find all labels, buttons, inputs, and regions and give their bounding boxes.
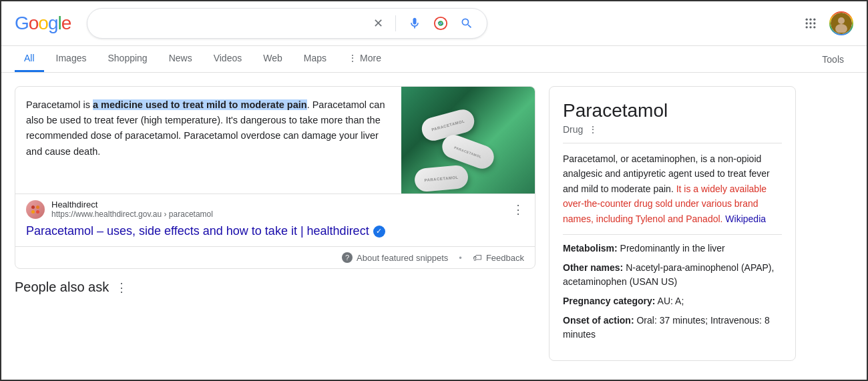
svg-point-4 (813, 19, 815, 21)
lens-icon (433, 16, 448, 31)
source-name: Healthdirect (51, 200, 503, 210)
kp-menu-icon[interactable]: ⋮ (588, 124, 598, 135)
snippet-text: Paracetamol is a medicine used to treat … (15, 87, 401, 194)
avatar-image (831, 13, 852, 34)
source-info: Healthdirect https://www.healthdirect.go… (51, 200, 503, 219)
search-divider (395, 15, 396, 31)
source-menu-icon[interactable]: ⋮ (512, 202, 524, 217)
search-input[interactable]: Paracetamol (98, 17, 371, 29)
favicon-dot-2 (36, 206, 39, 209)
question-icon: ? (342, 252, 353, 263)
favicon-dots (31, 206, 39, 214)
source-link-text: Paracetamol – uses, side effects and how… (26, 224, 369, 238)
pill-image-3: PARACETAMOL (414, 165, 469, 193)
people-also-ask-section: People also ask ⋮ (15, 280, 535, 295)
kp-pregnancy: Pregnancy category: AU: A; (563, 294, 782, 308)
avatar[interactable] (829, 11, 853, 35)
kp-other-names-label: Other names: (563, 262, 623, 273)
tab-web[interactable]: Web (254, 46, 292, 72)
tab-more[interactable]: ⋮ More (339, 46, 391, 72)
svg-point-12 (835, 24, 847, 33)
lens-button[interactable] (431, 13, 451, 33)
about-snippets-label: About featured snippets (357, 253, 448, 263)
kp-title: Paracetamol (563, 100, 782, 121)
svg-point-6 (809, 22, 811, 24)
svg-point-10 (813, 26, 815, 28)
tab-news[interactable]: News (160, 46, 202, 72)
knowledge-panel: Paracetamol Drug ⋮ Paracetamol, or aceta… (549, 86, 796, 361)
svg-point-2 (806, 19, 808, 21)
people-ask-menu-icon[interactable]: ⋮ (116, 280, 128, 295)
svg-point-11 (838, 17, 845, 24)
search-icons: ✕ (371, 13, 476, 33)
nav-tabs: All Images Shopping News Videos Web Maps… (1, 46, 867, 73)
footer-separator: • (459, 253, 462, 263)
feedback-label: Feedback (486, 253, 524, 263)
more-dots-icon: ⋮ (348, 53, 357, 63)
snippet-source: Healthdirect https://www.healthdirect.go… (15, 194, 535, 224)
about-snippets-button[interactable]: ? About featured snippets (342, 252, 448, 263)
search-icon (460, 17, 473, 30)
kp-type-label: Drug (563, 124, 583, 135)
source-link[interactable]: Paracetamol – uses, side effects and how… (15, 224, 535, 246)
svg-point-3 (809, 19, 811, 21)
header-right (801, 11, 853, 35)
tab-maps[interactable]: Maps (294, 46, 336, 72)
tab-shopping[interactable]: Shopping (98, 46, 156, 72)
search-button[interactable] (457, 14, 476, 33)
grid-icon (804, 17, 817, 30)
tab-all[interactable]: All (15, 46, 44, 72)
mic-icon (408, 17, 421, 30)
search-bar: Paracetamol ✕ (87, 8, 487, 39)
kp-pregnancy-label: Pregnancy category: (563, 296, 656, 306)
left-panel: Paracetamol is a medicine used to treat … (15, 86, 535, 360)
tab-images[interactable]: Images (47, 46, 96, 72)
svg-point-7 (813, 22, 815, 24)
kp-pregnancy-value: AU: A; (656, 296, 684, 306)
snippet-text-before: Paracetamol is (26, 99, 93, 110)
kp-onset: Onset of action: Oral: 37 minutes; Intra… (563, 314, 782, 342)
main-content: Paracetamol is a medicine used to treat … (1, 73, 867, 360)
featured-snippet: Paracetamol is a medicine used to treat … (15, 86, 535, 269)
clear-button[interactable]: ✕ (371, 13, 386, 33)
kp-metabolism-value: Predominantly in the liver (618, 243, 725, 254)
feedback-button[interactable]: 🏷 Feedback (473, 252, 524, 263)
svg-point-5 (806, 22, 808, 24)
source-url: https://www.healthdirect.gov.au › parace… (51, 210, 503, 219)
mic-button[interactable] (405, 14, 424, 33)
favicon-dot-1 (31, 206, 35, 209)
people-ask-title: People also ask (15, 280, 109, 295)
source-favicon (26, 200, 45, 219)
clear-icon: ✕ (373, 16, 383, 31)
snippet-body: Paracetamol is a medicine used to treat … (15, 87, 535, 194)
favicon-dot-3 (31, 210, 35, 214)
kp-metabolism: Metabolism: Predominantly in the liver (563, 242, 782, 256)
snippet-footer: ? About featured snippets • 🏷 Feedback (15, 246, 535, 268)
kp-metabolism-label: Metabolism: (563, 243, 618, 254)
kp-other-names: Other names: N-acetyl-para-aminophenol (… (563, 261, 782, 289)
tools-button[interactable]: Tools (813, 47, 853, 71)
svg-point-9 (809, 26, 811, 28)
kp-wikipedia-link[interactable]: Wikipedia (722, 214, 766, 224)
snippet-image: PARACETAMOL PARACETAMOL PARACETAMOL (401, 87, 535, 194)
tab-videos[interactable]: Videos (204, 46, 252, 72)
feedback-icon: 🏷 (473, 252, 482, 263)
kp-description: Paracetamol, or acetaminophen, is a non-… (563, 151, 782, 226)
kp-divider (563, 234, 782, 235)
snippet-highlight: a medicine used to treat mild to moderat… (93, 99, 307, 110)
kp-type: Drug ⋮ (563, 124, 782, 143)
google-logo: Google (15, 13, 71, 34)
kp-onset-label: Onset of action: (563, 315, 634, 326)
favicon-dot-4 (36, 210, 39, 214)
header: Google Paracetamol ✕ (1, 1, 867, 46)
grid-menu-button[interactable] (801, 14, 820, 33)
svg-point-8 (806, 26, 808, 28)
verified-icon: ✓ (373, 226, 385, 238)
